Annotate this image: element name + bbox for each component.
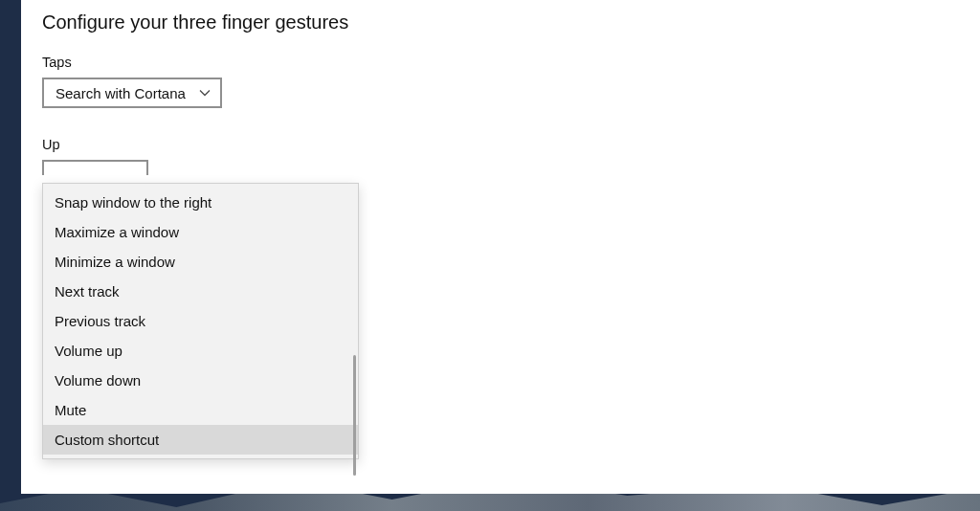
taps-group: Taps Search with Cortana — [42, 55, 959, 108]
taps-label: Taps — [42, 55, 959, 70]
dropdown-item-volume-up[interactable]: Volume up — [43, 336, 358, 366]
taps-combobox-value: Search with Cortana — [56, 85, 186, 101]
dropdown-item-maximize[interactable]: Maximize a window — [43, 217, 358, 247]
taps-combobox[interactable]: Search with Cortana — [42, 78, 222, 108]
up-combobox[interactable] — [42, 160, 148, 175]
chevron-down-icon — [199, 87, 211, 99]
dropdown-scrollbar[interactable] — [353, 355, 356, 476]
dropdown-item-snap-right[interactable]: Snap window to the right — [43, 188, 358, 217]
dropdown-item-minimize[interactable]: Minimize a window — [43, 247, 358, 277]
dropdown-item-volume-down[interactable]: Volume down — [43, 366, 358, 395]
dropdown-item-custom-shortcut[interactable]: Custom shortcut — [43, 425, 358, 455]
up-group: Up — [42, 137, 959, 175]
dropdown-item-mute[interactable]: Mute — [43, 395, 358, 425]
dropdown-item-previous-track[interactable]: Previous track — [43, 306, 358, 336]
up-dropdown: Snap window to the right Maximize a wind… — [42, 183, 359, 459]
dropdown-item-next-track[interactable]: Next track — [43, 277, 358, 306]
section-title: Configure your three finger gestures — [42, 11, 959, 33]
settings-panel: Configure your three finger gestures Tap… — [21, 0, 980, 494]
up-dropdown-list: Snap window to the right Maximize a wind… — [43, 188, 358, 455]
up-label: Up — [42, 137, 959, 152]
